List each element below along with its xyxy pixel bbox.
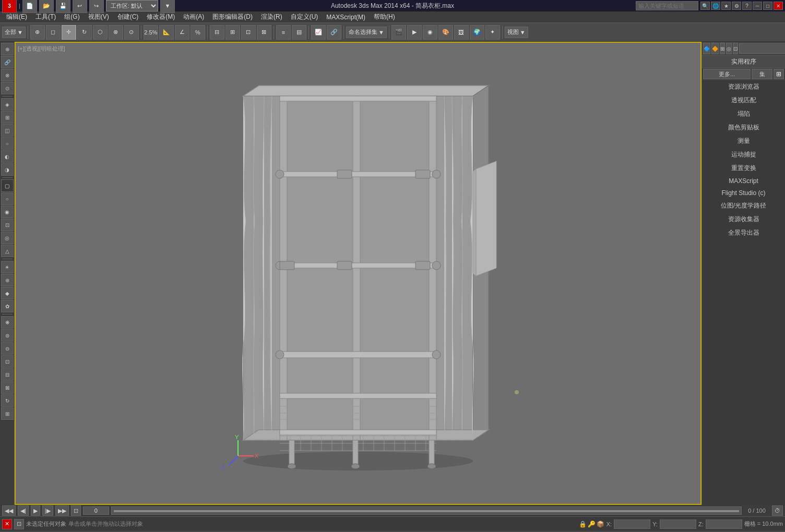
help-btn[interactable]: ?	[742, 2, 752, 10]
lt-arcrotate-btn[interactable]: ↻	[1, 394, 14, 407]
align2-btn[interactable]: ⊡	[241, 25, 256, 40]
lt-zoomall-btn[interactable]: ⊡	[1, 355, 14, 368]
util-color-clipboard[interactable]: 颜色剪贴板	[702, 121, 785, 135]
util-asset-collector[interactable]: 资源收集器	[702, 213, 785, 226]
anim-next-key-btn[interactable]: |▶	[42, 505, 53, 516]
align3-btn[interactable]: ⊠	[257, 25, 271, 40]
util-flight-studio[interactable]: Flight Studio (c)	[702, 187, 785, 199]
util-bitmap-path[interactable]: 位图/光度学路径	[702, 199, 785, 213]
view-dropdown[interactable]: 视图▼	[505, 27, 528, 38]
util-maxscript[interactable]: MAXScript	[702, 175, 785, 187]
z-coord-input[interactable]	[706, 519, 742, 529]
render-prod-btn[interactable]: ◉	[423, 25, 437, 40]
percent-snap-btn[interactable]: 2.5%	[144, 25, 158, 40]
close-btn[interactable]: ✕	[774, 2, 783, 10]
lt-camera-btn[interactable]: ⊛	[1, 274, 14, 286]
scale-btn[interactable]: ⬡	[93, 25, 108, 40]
pivot-btn[interactable]: ⊙	[124, 25, 139, 40]
settings-btn[interactable]: ⚙	[732, 2, 741, 10]
lt-hier-btn[interactable]: ◫	[1, 124, 14, 137]
lt-fov-btn[interactable]: ⊟	[1, 368, 14, 381]
anim-prev-key-btn[interactable]: ◀|	[18, 505, 29, 516]
lt-teapot-btn[interactable]: △	[1, 245, 14, 257]
menu-graph-editor[interactable]: 图形编辑器(D)	[208, 11, 257, 22]
graph-editor-btn[interactable]: 📈	[311, 25, 326, 40]
util-motion-capture[interactable]: 运动捕捉	[702, 148, 785, 162]
select-region-btn[interactable]: ◻	[46, 25, 61, 40]
lt-cyl-btn[interactable]: ⊡	[1, 219, 14, 231]
lt-motion-btn[interactable]: ○	[1, 137, 14, 150]
lt-helper-btn[interactable]: ◆	[1, 287, 14, 299]
minimize-btn[interactable]: ─	[753, 2, 762, 10]
maximize-btn[interactable]: □	[763, 2, 772, 10]
lt-spacewarp-btn[interactable]: ❋	[1, 316, 14, 329]
lt-link-btn[interactable]: 🔗	[1, 56, 14, 68]
anim-prev-btn[interactable]: ◀◀	[2, 505, 16, 516]
star-btn[interactable]: ★	[721, 2, 731, 10]
lt-pan-btn[interactable]: ⊠	[1, 381, 14, 394]
menu-edit[interactable]: 编辑(E)	[2, 11, 31, 22]
layer-btn[interactable]: ≡	[276, 25, 291, 40]
right-panel-search[interactable]	[739, 43, 785, 54]
lt-circle-btn[interactable]: ○	[1, 192, 14, 205]
mirror-btn[interactable]: ⊟	[210, 25, 224, 40]
util-collapse[interactable]: 塌陷	[702, 107, 785, 121]
menu-render[interactable]: 渲染(R)	[257, 11, 287, 22]
render-setup-btn[interactable]: 🎬	[391, 25, 406, 40]
ribbon-btn[interactable]: ▤	[292, 25, 306, 40]
menu-tools[interactable]: 工具(T)	[31, 11, 60, 22]
move-btn[interactable]: ✛	[62, 25, 76, 40]
rp-icon4[interactable]: ◎	[726, 43, 732, 54]
lt-shape-btn[interactable]: ✿	[1, 300, 14, 312]
anim-key-mode-btn[interactable]: ⊡	[71, 505, 81, 516]
lt-util-btn[interactable]: ◑	[1, 163, 14, 176]
viewport[interactable]: [+][透视][明暗处理]	[15, 42, 701, 505]
lt-modify-btn[interactable]: ⊞	[1, 111, 14, 124]
snap-btn[interactable]: 📐	[159, 25, 174, 40]
status-warning-btn[interactable]: ⊡	[14, 519, 24, 529]
material-editor-btn[interactable]: 🎨	[438, 25, 453, 40]
lt-geosphere-btn[interactable]: ◉	[1, 205, 14, 218]
workarea-select[interactable]: 工作区: 默认	[106, 0, 158, 11]
online-btn[interactable]: 🌐	[711, 2, 720, 10]
util-icon-btn[interactable]: ⊞	[774, 69, 784, 79]
status-error-btn[interactable]: ✕	[2, 519, 12, 529]
search-field[interactable]	[636, 1, 698, 10]
rp-icon3[interactable]: ⊞	[720, 43, 725, 54]
lt-box-btn[interactable]: ▢	[1, 179, 14, 192]
named-selection-dropdown[interactable]: 命名选择集▼	[346, 27, 387, 38]
util-perspective-match[interactable]: 透视匹配	[702, 94, 785, 107]
x-coord-input[interactable]	[614, 519, 650, 529]
align-btn[interactable]: ⊞	[225, 25, 240, 40]
menu-maxscript[interactable]: MAXScript(M)	[322, 13, 370, 22]
anim-timeline[interactable]	[111, 506, 742, 515]
percent-snap2-btn[interactable]: %	[191, 25, 205, 40]
anim-play-btn[interactable]: ▶	[31, 505, 40, 516]
util-ji-btn[interactable]: 集	[752, 69, 772, 79]
lt-display-btn[interactable]: ◐	[1, 150, 14, 163]
util-asset-browser[interactable]: 资源浏览器	[702, 80, 785, 94]
rp-icon1[interactable]: 🔷	[703, 43, 710, 54]
render-frame-btn[interactable]: 🖼	[454, 25, 469, 40]
y-coord-input[interactable]	[660, 519, 696, 529]
lt-create-btn[interactable]: ◈	[1, 98, 14, 111]
schematic-btn[interactable]: 🔗	[327, 25, 341, 40]
menu-group[interactable]: 组(G)	[60, 11, 84, 22]
menu-customize[interactable]: 自定义(U)	[287, 11, 323, 22]
anim-frame-input[interactable]	[83, 506, 109, 515]
lt-light-btn[interactable]: ☀	[1, 261, 14, 273]
lt-select-btn[interactable]: ⊕	[1, 43, 14, 55]
render-btn[interactable]: ▶	[407, 25, 422, 40]
lt-unlink-btn[interactable]: ⊗	[1, 69, 14, 81]
util-panorama-export[interactable]: 全景导出器	[702, 226, 785, 240]
lt-systems-btn[interactable]: ⊜	[1, 329, 14, 342]
menu-help[interactable]: 帮助(H)	[370, 11, 399, 22]
util-reset-xform[interactable]: 重置变换	[702, 162, 785, 175]
lt-zoom-btn[interactable]: ⊝	[1, 342, 14, 355]
anim-time-config-btn[interactable]: ⏱	[772, 505, 783, 516]
select-obj-btn[interactable]: ⊕	[30, 25, 45, 40]
render-effect-btn[interactable]: ✦	[485, 25, 500, 40]
rp-icon5[interactable]: ⊡	[733, 43, 738, 54]
anim-next-btn[interactable]: ▶▶	[55, 505, 69, 516]
ref-coord-btn[interactable]: ⊗	[109, 25, 123, 40]
